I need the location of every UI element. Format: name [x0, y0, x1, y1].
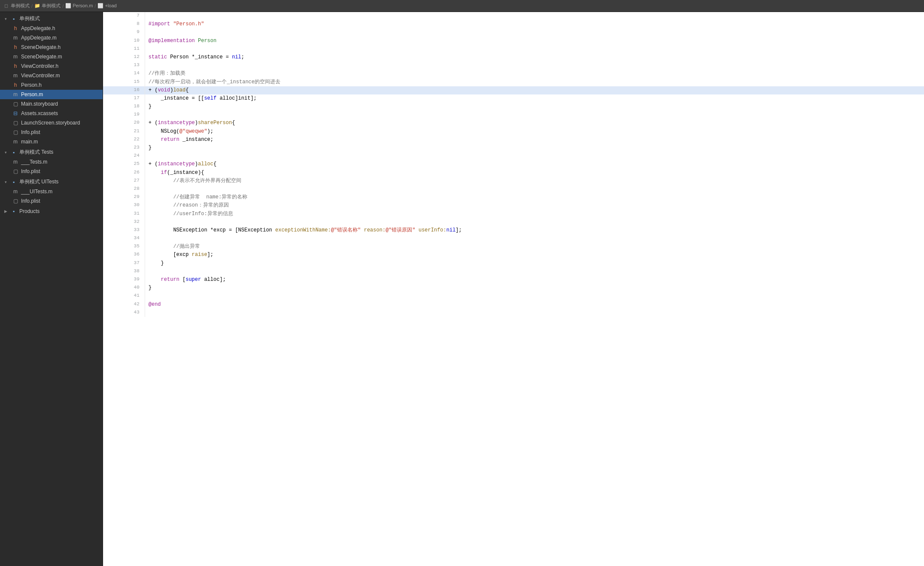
plist-file-icon: ▢: [12, 129, 19, 136]
sidebar-group-header-main[interactable]: ▾ ▪ 单例模式: [0, 14, 103, 24]
table-row: 27 //表示不允许外界再分配空间: [103, 177, 924, 185]
sidebar-item-main-storyboard[interactable]: ▢ Main.storyboard: [0, 99, 103, 109]
table-row: 8 #import "Person.h": [103, 20, 924, 28]
storyboard-file-icon: ▢: [12, 119, 19, 126]
table-row: 38: [103, 268, 924, 276]
sidebar-item-launchscreen[interactable]: ▢ LaunchScreen.storyboard: [0, 118, 103, 128]
sidebar-item-appdelegate-h[interactable]: h AppDelegate.h: [0, 24, 103, 33]
table-row: 31 //userInfo:异常的信息: [103, 210, 924, 218]
table-row: 24: [103, 152, 924, 160]
arrow-icon-main: ▾: [3, 16, 9, 22]
sidebar-item-scenedelegate-m[interactable]: m SceneDelegate.m: [0, 52, 103, 61]
table-row: 28: [103, 185, 924, 193]
sidebar-item-uitests-plist[interactable]: ▢ Info.plist: [0, 196, 103, 206]
table-row: 22 return _instance;: [103, 136, 924, 144]
sidebar-item-label: ___UITests.m: [21, 189, 52, 195]
code-table: 7 8 #import "Person.h" 9 10 @implementat…: [103, 12, 924, 317]
sidebar-group-products: ▶ ▪ Products: [0, 207, 103, 216]
sidebar-group-label-uitests: 单例模式 UITests: [19, 178, 58, 186]
xcassets-file-icon: ⊟: [12, 110, 19, 117]
folder-icon-tests: ▪: [10, 149, 17, 156]
plist-file-icon: ▢: [12, 198, 19, 204]
table-row: 26 if(_instance){: [103, 169, 924, 177]
m-file-icon: m: [12, 53, 19, 60]
sidebar-item-label: Info.plist: [21, 129, 40, 135]
h-file-icon: h: [12, 44, 19, 51]
h-file-icon: h: [12, 82, 19, 88]
table-row: 32: [103, 218, 924, 226]
sidebar-item-label: Assets.xcassets: [21, 110, 58, 116]
m-file-icon: m: [12, 72, 19, 79]
main-area: ▾ ▪ 单例模式 h AppDelegate.h m AppDelegate.m…: [0, 12, 924, 566]
table-row: 14 //作用：加载类: [103, 70, 924, 78]
sidebar-item-viewcontroller-m[interactable]: m ViewController.m: [0, 71, 103, 80]
sidebar: ▾ ▪ 单例模式 h AppDelegate.h m AppDelegate.m…: [0, 12, 103, 566]
table-row: 20 + (instancetype)sharePerson{: [103, 119, 924, 127]
sidebar-group-tests: ▾ ▪ 单例模式 Tests m ___Tests.m ▢ Info.plist: [0, 147, 103, 176]
sidebar-item-label: SceneDelegate.h: [21, 44, 61, 50]
table-row: 41: [103, 292, 924, 300]
h-file-icon: h: [12, 25, 19, 32]
table-row: 40 }: [103, 284, 924, 292]
table-row: 17 _instance = [[self alloc]init];: [103, 94, 924, 103]
table-row: 19: [103, 111, 924, 119]
sidebar-item-label: ViewController.h: [21, 63, 58, 69]
sidebar-item-uitests-m[interactable]: m ___UITests.m: [0, 187, 103, 196]
sidebar-group-header-uitests[interactable]: ▾ ▪ 单例模式 UITests: [0, 177, 103, 187]
sidebar-item-label: ViewController.m: [21, 73, 60, 79]
sidebar-item-assets[interactable]: ⊟ Assets.xcassets: [0, 109, 103, 118]
table-row: 23 }: [103, 144, 924, 152]
breadcrumb-part3: ⬜ Person.m: [65, 3, 93, 9]
sidebar-group-header-tests[interactable]: ▾ ▪ 单例模式 Tests: [0, 147, 103, 157]
sidebar-group-label-products: Products: [19, 208, 40, 214]
arrow-icon-products: ▶: [3, 208, 9, 214]
breadcrumb-icon: ◻: [4, 3, 8, 9]
sidebar-item-person-m[interactable]: m Person.m: [0, 90, 103, 99]
sidebar-item-info-plist[interactable]: ▢ Info.plist: [0, 128, 103, 137]
sidebar-item-viewcontroller-h[interactable]: h ViewController.h: [0, 61, 103, 71]
sidebar-item-label: LaunchScreen.storyboard: [21, 120, 80, 126]
arrow-icon-tests: ▾: [3, 149, 9, 155]
sidebar-item-label: SceneDelegate.m: [21, 54, 62, 60]
sidebar-item-label: ___Tests.m: [21, 159, 47, 165]
sidebar-item-label: main.m: [21, 139, 38, 145]
breadcrumb-part1[interactable]: 单例模式: [11, 3, 30, 9]
sidebar-item-label: AppDelegate.m: [21, 35, 57, 41]
table-row: 35 //抛出异常: [103, 243, 924, 251]
folder-icon-uitests: ▪: [10, 179, 17, 186]
table-row: 21 NSLog(@"qweqwe");: [103, 128, 924, 136]
sidebar-item-tests-plist[interactable]: ▢ Info.plist: [0, 167, 103, 176]
table-row-highlighted: 16 + (void)load{: [103, 86, 924, 94]
table-row: 30 //reason：异常的原因: [103, 201, 924, 210]
table-row: 12 static Person *_instance = nil;: [103, 53, 924, 61]
plist-file-icon: ▢: [12, 168, 19, 175]
sidebar-group-label-main: 单例模式: [19, 15, 40, 22]
sidebar-group-header-products[interactable]: ▶ ▪ Products: [0, 207, 103, 216]
table-row: 11: [103, 45, 924, 53]
folder-icon-main: ▪: [10, 15, 17, 22]
m-file-icon: m: [12, 138, 19, 145]
code-editor[interactable]: 7 8 #import "Person.h" 9 10 @implementat…: [103, 12, 924, 566]
table-row: 13: [103, 61, 924, 70]
table-row: 39 return [super alloc];: [103, 276, 924, 284]
table-row: 25 + (instancetype)alloc{: [103, 160, 924, 168]
h-file-icon: h: [12, 63, 19, 70]
sidebar-group-main: ▾ ▪ 单例模式 h AppDelegate.h m AppDelegate.m…: [0, 14, 103, 146]
sidebar-item-main-m[interactable]: m main.m: [0, 137, 103, 146]
table-row: 15 //每次程序一启动，就会创建一个_instance的空间进去: [103, 78, 924, 86]
sidebar-item-person-h[interactable]: h Person.h: [0, 80, 103, 90]
table-row: 37 }: [103, 259, 924, 268]
table-row: 29 //创建异常 name:异常的名称: [103, 193, 924, 201]
table-row: 18 }: [103, 103, 924, 111]
table-row: 42 @end: [103, 301, 924, 309]
arrow-icon-uitests: ▾: [3, 179, 9, 185]
sidebar-item-label: AppDelegate.h: [21, 25, 55, 31]
sidebar-item-tests-m[interactable]: m ___Tests.m: [0, 157, 103, 167]
sidebar-item-label: Info.plist: [21, 168, 40, 174]
breadcrumb-bar: ◻ 单例模式 / 📁 单例模式 / ⬜ Person.m / ⬜ +load: [0, 0, 924, 12]
table-row: 36 [excp raise];: [103, 251, 924, 259]
sidebar-item-appdelegate-m[interactable]: m AppDelegate.m: [0, 33, 103, 43]
breadcrumb-part4: ⬜ +load: [97, 3, 116, 9]
sidebar-item-scenedelegate-h[interactable]: h SceneDelegate.h: [0, 43, 103, 52]
storyboard-file-icon: ▢: [12, 100, 19, 107]
